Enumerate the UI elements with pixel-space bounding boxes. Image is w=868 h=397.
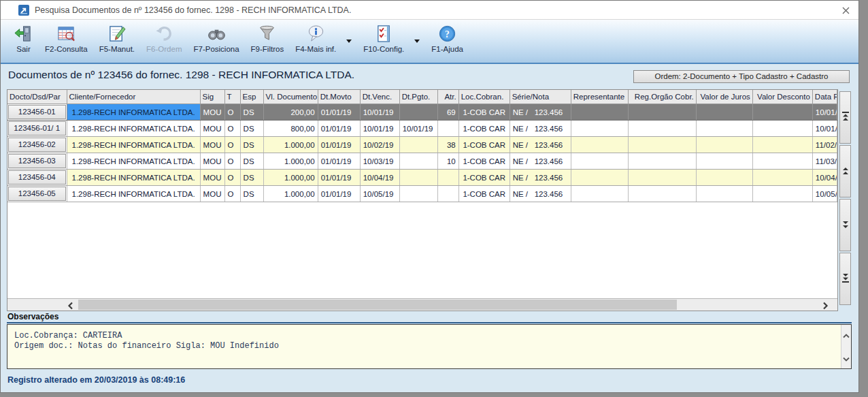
cell-cliente[interactable]: 1.298-RECH INFORMATICA LTDA. [67, 186, 200, 202]
column-header[interactable]: Dt.Movto [318, 90, 360, 104]
cell-valor_juros[interactable] [696, 137, 752, 153]
cell-docto[interactable]: 123456-01 [7, 104, 67, 121]
cell-valor_juros[interactable] [696, 104, 752, 121]
table-row[interactable]: 123456-041.298-RECH INFORMATICA LTDA.MOU… [7, 170, 837, 186]
cell-sig[interactable]: MOU [200, 121, 224, 137]
cell-docto[interactable]: 123456-01/ 1 [7, 121, 67, 137]
scroll-down-button[interactable] [839, 199, 851, 251]
cell-dt_pgto[interactable] [399, 186, 437, 202]
cell-representante[interactable] [571, 186, 628, 202]
cell-representante[interactable] [571, 121, 628, 137]
cell-atr[interactable]: 69 [437, 104, 458, 121]
cell-data_f[interactable]: 10/01/ [812, 104, 837, 121]
cell-valor[interactable]: 1.000,00 [263, 170, 318, 186]
cell-valor_desconto[interactable] [752, 153, 812, 170]
toolbar-button-f4-mais-inf[interactable]: F4-Mais inf. [292, 22, 339, 53]
table-row[interactable]: 123456-051.298-RECH INFORMATICA LTDA.MOU… [7, 186, 837, 202]
cell-loc_cobran[interactable]: 1-COB CAR [458, 153, 510, 170]
cell-dt_venc[interactable]: 10/03/19 [360, 153, 399, 170]
row-header-button[interactable]: 123456-03 [8, 154, 66, 168]
cell-valor_juros[interactable] [696, 186, 752, 202]
cell-loc_cobran[interactable]: 1-COB CAR [458, 170, 510, 186]
cell-valor[interactable]: 1.000,00 [263, 153, 318, 170]
observations-textarea[interactable]: Loc.Cobrança: CARTEIRA Origem doc.: Nota… [7, 324, 852, 369]
cell-dt_pgto[interactable] [399, 137, 437, 153]
cell-valor_juros[interactable] [696, 121, 752, 137]
cell-loc_cobran[interactable]: 1-COB CAR [458, 137, 510, 153]
cell-sig[interactable]: MOU [200, 153, 224, 170]
cell-dt_venc[interactable]: 10/04/19 [360, 170, 399, 186]
cell-valor_desconto[interactable] [752, 170, 812, 186]
table-row[interactable]: 123456-031.298-RECH INFORMATICA LTDA.MOU… [7, 153, 837, 170]
cell-valor[interactable]: 200,00 [263, 104, 318, 121]
cell-dt_movto[interactable]: 01/01/19 [318, 153, 360, 170]
column-header[interactable]: Esp [240, 90, 263, 104]
cell-dt_venc[interactable]: 10/01/19 [360, 121, 399, 137]
scrollbar-thumb[interactable] [78, 300, 677, 310]
cell-loc_cobran[interactable]: 1-COB CAR [458, 104, 510, 121]
scroll-up-button[interactable] [839, 145, 851, 197]
cell-esp[interactable]: DS [240, 104, 263, 121]
column-header[interactable]: Atr. [437, 90, 458, 104]
cell-serie_nota[interactable]: NE / 123.456 [510, 170, 571, 186]
column-header[interactable]: Cliente/Fornecedor [67, 90, 200, 104]
cell-docto[interactable]: 123456-02 [7, 137, 67, 153]
cell-t[interactable]: O [224, 153, 240, 170]
cell-t[interactable]: O [224, 104, 240, 121]
cell-data_f[interactable]: 10/05/ [812, 186, 837, 202]
cell-valor[interactable]: 1.000,00 [263, 186, 318, 202]
cell-docto[interactable]: 123456-04 [7, 170, 67, 186]
cell-valor_juros[interactable] [696, 170, 752, 186]
textarea-scrollbar[interactable] [841, 325, 851, 368]
cell-docto[interactable]: 123456-03 [7, 153, 67, 170]
cell-representante[interactable] [571, 153, 628, 170]
scroll-first-button[interactable] [839, 91, 851, 144]
chevron-up-icon[interactable] [843, 329, 850, 341]
toolbar-button-sair[interactable]: Sair [10, 22, 37, 53]
cell-dt_pgto[interactable] [399, 170, 437, 186]
cell-valor_juros[interactable] [696, 153, 752, 170]
cell-serie_nota[interactable]: NE / 123.456 [510, 186, 571, 202]
cell-dt_movto[interactable]: 01/01/19 [318, 137, 360, 153]
cell-sig[interactable]: MOU [200, 104, 224, 121]
cell-cliente[interactable]: 1.298-RECH INFORMATICA LTDA. [67, 104, 200, 121]
cell-serie_nota[interactable]: NE / 123.456 [510, 137, 571, 153]
cell-dt_venc[interactable]: 10/02/19 [360, 137, 399, 153]
cell-dt_movto[interactable]: 01/01/19 [318, 104, 360, 121]
toolbar-button-f5-manut[interactable]: F5-Manut. [96, 22, 138, 53]
cell-dt_movto[interactable]: 01/01/19 [318, 121, 360, 137]
table-row[interactable]: 123456-011.298-RECH INFORMATICA LTDA.MOU… [7, 104, 837, 121]
cell-atr[interactable]: 38 [437, 137, 458, 153]
toolbar-button-f7-posiciona[interactable]: F7-Posiciona [190, 22, 242, 53]
column-header[interactable]: Valor Desconto [752, 90, 812, 104]
toolbar-button-f2-consulta[interactable]: F2-Consulta [41, 22, 91, 53]
cell-reg_orgao_cobr[interactable] [628, 170, 696, 186]
cell-esp[interactable]: DS [240, 153, 263, 170]
cell-sig[interactable]: MOU [200, 170, 224, 186]
cell-atr[interactable] [437, 121, 458, 137]
chevron-left-icon[interactable] [67, 300, 73, 311]
close-button[interactable] [839, 4, 852, 16]
row-header-button[interactable]: 123456-01/ 1 [8, 121, 66, 136]
dropdown-arrow-icon[interactable] [346, 39, 352, 46]
table-row[interactable]: 123456-01/ 11.298-RECH INFORMATICA LTDA.… [7, 121, 837, 137]
toolbar-button-f9-filtros[interactable]: F9-Filtros [248, 22, 288, 53]
cell-reg_orgao_cobr[interactable] [628, 153, 696, 170]
cell-reg_orgao_cobr[interactable] [628, 137, 696, 153]
cell-representante[interactable] [571, 104, 628, 121]
cell-representante[interactable] [571, 170, 628, 186]
cell-loc_cobran[interactable]: 1-COB CAR [458, 121, 510, 137]
cell-esp[interactable]: DS [240, 137, 263, 153]
cell-atr[interactable] [437, 170, 458, 186]
cell-t[interactable]: O [224, 121, 240, 137]
column-header[interactable]: Vl. Documento [263, 90, 318, 104]
row-header-button[interactable]: 123456-04 [8, 170, 66, 185]
cell-dt_pgto[interactable]: 10/01/19 [399, 121, 437, 137]
toolbar-button-f1-ajuda[interactable]: ?F1-Ajuda [428, 22, 467, 53]
column-header[interactable]: Representante [571, 90, 628, 104]
column-header[interactable]: Loc.Cobran. [458, 90, 510, 104]
cell-representante[interactable] [571, 137, 628, 153]
column-header[interactable]: Dt.Pgto. [399, 90, 437, 104]
cell-esp[interactable]: DS [240, 170, 263, 186]
cell-docto[interactable]: 123456-05 [7, 186, 67, 202]
